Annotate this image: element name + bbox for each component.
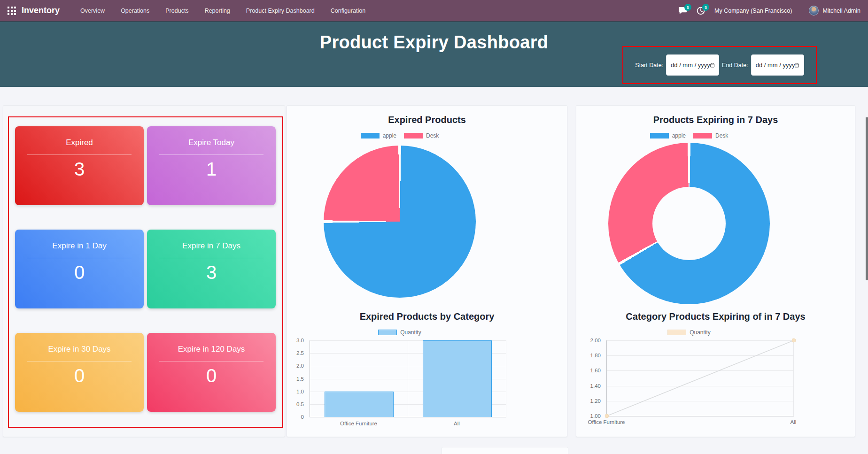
top-navbar: Inventory OverviewOperationsProductsRepo…	[0, 0, 868, 21]
legend-item-desk[interactable]: Desk	[693, 132, 728, 139]
expiring-7-days-panel: Products Expiring in 7 Days appleDesk Ca…	[576, 105, 855, 437]
legend-item-quantity[interactable]: Quantity	[378, 329, 421, 336]
expiring-7-days-chart-title: Products Expiring in 7 Days	[576, 115, 855, 125]
legend-label: Desk	[426, 132, 439, 139]
card-value: 1	[206, 158, 217, 180]
legend-item-apple[interactable]: apple	[650, 132, 686, 139]
data-point-office-furniture[interactable]	[605, 414, 609, 418]
expiring-7-days-chart-canvas	[576, 143, 802, 304]
card-divider	[27, 154, 132, 155]
product-expiry-dashboard-page: { "navbar": { "app_name": "Inventory", "…	[0, 0, 868, 454]
legend-swatch-apple	[361, 133, 380, 139]
cards-highlight-box: Expired3Expire Today1Expire in 1 Day0Exp…	[8, 116, 283, 428]
y-tick-label: 0.5	[296, 401, 304, 408]
legend-swatch-apple	[650, 133, 669, 139]
card-value: 0	[206, 365, 217, 386]
messages-badge: 5	[684, 4, 691, 11]
x-label-all: All	[408, 421, 506, 426]
card-value: 0	[74, 365, 85, 386]
activities-button[interactable]: 5	[697, 7, 705, 15]
y-tick-label: 2.0	[296, 362, 304, 369]
x-label-office-furniture: Office Furniture	[310, 421, 408, 426]
y-tick-label: 1.80	[590, 352, 601, 359]
page-scrollbar-thumb[interactable]	[866, 117, 868, 280]
gridline	[506, 340, 506, 417]
nav-item-configuration[interactable]: Configuration	[331, 8, 365, 14]
dashboard-header: Product Expiry Dashboard Start Date: dd …	[0, 21, 868, 87]
y-tick-label: 1.00	[590, 413, 601, 419]
calendar-icon	[795, 62, 799, 69]
calendar-icon	[710, 62, 714, 69]
y-tick-label: 1.0	[296, 388, 304, 395]
expired-by-category-chart-title: Expired Products by Category	[287, 311, 567, 322]
expired-products-panel: Expired Products appleDesk Expired Produ…	[287, 105, 567, 437]
legend-label: Quantity	[400, 329, 421, 336]
user-name: Mitchell Admin	[822, 8, 860, 14]
user-menu[interactable]: Mitchell Admin	[809, 6, 860, 15]
end-date-input[interactable]: dd / mm / yyyy	[751, 54, 804, 76]
y-axis: 1.001.201.401.601.802.00	[576, 340, 604, 416]
card-expired[interactable]: Expired3	[15, 126, 144, 205]
data-point-all[interactable]	[792, 339, 796, 342]
end-date-value: dd / mm / yyyy	[756, 62, 795, 69]
bar-office-furniture[interactable]	[325, 392, 394, 417]
nav-item-products[interactable]: Products	[165, 8, 188, 14]
card-expire-today[interactable]: Expire Today1	[147, 126, 276, 205]
card-value: 0	[74, 262, 85, 283]
summary-cards-panel: Expired3Expire Today1Expire in 1 Day0Exp…	[3, 105, 285, 437]
y-tick-label: 1.20	[590, 398, 601, 404]
activities-badge: 5	[702, 4, 709, 11]
nav-item-operations[interactable]: Operations	[121, 8, 149, 14]
legend-swatch-quantity	[667, 330, 686, 335]
expired-products-chart-title: Expired Products	[287, 115, 567, 125]
y-tick-label: 1.60	[590, 367, 601, 374]
start-date-value: dd / mm / yyyy	[671, 62, 710, 69]
x-label-office-furniture: Office Furniture	[588, 419, 625, 425]
expired-by-category-bar-chart[interactable]: 00.51.01.52.02.53.0Office FurnitureAll	[287, 337, 512, 435]
y-axis: 00.51.01.52.02.53.0	[287, 340, 308, 417]
company-switcher[interactable]: My Company (San Francisco)	[714, 8, 792, 14]
card-label: Expire in 7 Days	[182, 241, 240, 251]
category-expiring-line-chart[interactable]: 1.001.201.401.601.802.00Office Furniture…	[576, 337, 802, 435]
card-divider	[159, 154, 264, 155]
gridline	[408, 340, 408, 417]
y-tick-label: 1.40	[590, 383, 601, 389]
cards-grid: Expired3Expire Today1Expire in 1 Day0Exp…	[9, 117, 282, 421]
category-expiring-legend: Quantity	[576, 329, 802, 336]
expiring-7-days-donut-chart[interactable]	[608, 143, 770, 304]
y-tick-label: 2.00	[590, 337, 601, 344]
apps-menu-icon[interactable]	[8, 7, 16, 15]
card-divider	[27, 361, 132, 362]
card-expire-in-30-days[interactable]: Expire in 30 Days0	[15, 333, 144, 412]
card-divider	[27, 258, 132, 258]
nav-item-reporting[interactable]: Reporting	[205, 8, 230, 14]
x-label-all: All	[790, 419, 797, 425]
nav-item-overview[interactable]: Overview	[80, 8, 105, 14]
expired-products-chart-canvas	[287, 146, 512, 298]
grid-icon	[8, 7, 16, 15]
legend-item-apple[interactable]: apple	[361, 132, 396, 139]
card-expire-in-1-day[interactable]: Expire in 1 Day0	[15, 230, 144, 308]
card-expire-in-120-days[interactable]: Expire in 120 Days0	[147, 333, 276, 412]
bar-all[interactable]	[423, 340, 492, 417]
navbar-systray: 5 5 My Company (San Francisco) Mitchell …	[678, 6, 860, 15]
start-date-input[interactable]: dd / mm / yyyy	[666, 54, 719, 76]
nav-item-product-expiry-dashboard[interactable]: Product Expiry Dashboard	[246, 8, 315, 14]
card-expire-in-7-days[interactable]: Expire in 7 Days3	[147, 230, 276, 308]
legend-item-quantity[interactable]: Quantity	[667, 329, 711, 336]
nav-menu: OverviewOperationsProductsReportingProdu…	[80, 8, 365, 14]
partially-visible-card	[442, 447, 568, 454]
expired-products-legend: appleDesk	[287, 132, 512, 139]
x-axis-labels: Office FurnitureAll	[310, 421, 506, 426]
donut-hole	[652, 187, 726, 260]
legend-item-desk[interactable]: Desk	[404, 132, 439, 139]
messages-button[interactable]: 5	[678, 7, 687, 15]
expired-products-pie-chart[interactable]	[324, 146, 476, 298]
legend-swatch-desk	[693, 133, 712, 139]
legend-label: Desk	[715, 132, 728, 139]
bar-plot-area[interactable]	[310, 340, 506, 417]
line-plot-area[interactable]	[606, 340, 794, 416]
app-name[interactable]: Inventory	[22, 6, 60, 15]
date-filter-highlight-box: Start Date: dd / mm / yyyy End Date: dd …	[622, 46, 817, 84]
expired-by-category-legend: Quantity	[287, 329, 512, 336]
